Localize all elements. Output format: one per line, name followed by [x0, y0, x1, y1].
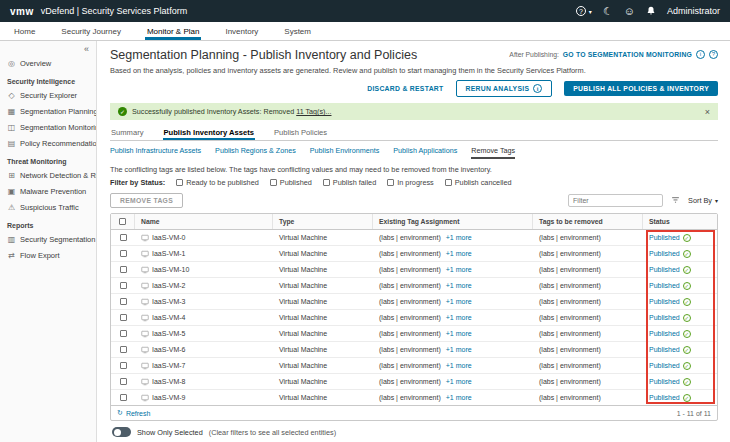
sidebar-item-segmentation-planning[interactable]: ▦ Segmentation Planning — [0, 103, 96, 119]
feedback-smiley-icon[interactable]: ☺ — [624, 6, 635, 17]
nav-home[interactable]: Home — [12, 22, 37, 40]
more-tags-link[interactable]: +1 more — [446, 266, 472, 273]
row-checkbox[interactable] — [120, 250, 127, 257]
subtab-publish-infrastructure-assets[interactable]: Publish Infrastructure Assets — [110, 146, 201, 159]
more-tags-link[interactable]: +1 more — [446, 314, 472, 321]
column-header-type[interactable]: Type — [273, 214, 373, 229]
help-circle-icon[interactable]: ? — [709, 50, 718, 59]
filter-publish-failed[interactable]: Publish failed — [323, 178, 376, 187]
more-tags-link[interactable]: +1 more — [446, 378, 472, 385]
table-row[interactable]: IaaS-VM-1 Virtual Machine (labs | enviro… — [111, 246, 717, 262]
nav-monitor-plan[interactable]: Monitor & Plan — [145, 22, 201, 40]
vm-icon — [141, 314, 149, 322]
sidebar-item-suspicious-traffic[interactable]: ⚠ Suspicious Traffic — [0, 199, 96, 215]
more-tags-link[interactable]: +1 more — [446, 298, 472, 305]
product-title: vDefend | Security Services Platform — [41, 6, 187, 16]
row-checkbox[interactable] — [120, 282, 127, 289]
checkbox[interactable] — [387, 179, 394, 186]
table-row[interactable]: IaaS-VM-6 Virtual Machine (labs | enviro… — [111, 342, 717, 358]
subtab-publish-regions-zones[interactable]: Publish Regions & Zones — [215, 146, 296, 159]
more-tags-link[interactable]: +1 more — [446, 330, 472, 337]
table-row[interactable]: IaaS-VM-5 Virtual Machine (labs | enviro… — [111, 326, 717, 342]
tab-publish-inventory-assets[interactable]: Publish Inventory Assets — [163, 124, 255, 140]
table-row[interactable]: IaaS-VM-10 Virtual Machine (labs | envir… — [111, 262, 717, 278]
sidebar-item-overview[interactable]: ◎ Overview — [0, 55, 96, 71]
help-icon[interactable]: ? — [576, 6, 586, 16]
row-checkbox[interactable] — [120, 378, 127, 385]
tab-summary[interactable]: Summary — [110, 124, 145, 140]
rerun-analysis-button[interactable]: RERUN ANALYSIS i — [456, 80, 553, 97]
more-tags-link[interactable]: +1 more — [446, 346, 472, 353]
sidebar-item-network-detection[interactable]: ⊞ Network Detection & Res... — [0, 167, 96, 183]
filter-ready-to-be-published[interactable]: Ready to be published — [176, 178, 259, 187]
column-header-name[interactable]: Name — [135, 214, 273, 229]
go-to-segmentation-monitoring-link[interactable]: GO TO SEGMENTATION MONITORING — [563, 51, 692, 58]
table-row[interactable]: IaaS-VM-7 Virtual Machine (labs | enviro… — [111, 358, 717, 374]
subtab-remove-tags[interactable]: Remove Tags — [471, 146, 515, 159]
info-icon[interactable]: i — [696, 50, 705, 59]
nav-security-journey[interactable]: Security Journey — [59, 22, 123, 40]
nav-inventory[interactable]: Inventory — [223, 22, 260, 40]
checkbox[interactable] — [445, 179, 452, 186]
sidebar-collapse-icon[interactable]: « — [0, 41, 96, 55]
nav-system[interactable]: System — [282, 22, 313, 40]
select-all-checkbox[interactable] — [119, 218, 126, 225]
column-header-status[interactable]: Status — [643, 214, 717, 229]
table-row[interactable]: IaaS-VM-2 Virtual Machine (labs | enviro… — [111, 278, 717, 294]
table-row[interactable]: IaaS-VM-9 Virtual Machine (labs | enviro… — [111, 390, 717, 405]
more-tags-link[interactable]: +1 more — [446, 250, 472, 257]
sidebar-item-security-segmentation-report[interactable]: ▥ Security Segmentation R... — [0, 231, 96, 247]
subtab-publish-applications[interactable]: Publish Applications — [393, 146, 457, 159]
refresh-link[interactable]: ↻ Refresh — [117, 409, 150, 417]
header-actions: ? ▾ ☾ ☺ Administrator — [576, 6, 720, 17]
banner-close-icon[interactable]: × — [705, 107, 710, 117]
sidebar-item-policy-recommendations[interactable]: ▤ Policy Recommendations — [0, 135, 96, 151]
filter-in-progress[interactable]: In progress — [387, 178, 434, 187]
more-tags-link[interactable]: +1 more — [446, 282, 472, 289]
row-checkbox[interactable] — [120, 330, 127, 337]
sidebar-item-flow-export[interactable]: ⇄ Flow Export — [0, 247, 96, 263]
checkbox[interactable] — [270, 179, 277, 186]
row-checkbox[interactable] — [120, 234, 127, 241]
tab-publish-policies[interactable]: Publish Policies — [273, 124, 328, 140]
notifications-bell-icon[interactable] — [646, 6, 656, 16]
column-header-tags-to-be-removed[interactable]: Tags to be removed — [533, 214, 643, 229]
row-checkbox[interactable] — [120, 346, 127, 353]
more-tags-link[interactable]: +1 more — [446, 234, 472, 241]
checkbox[interactable] — [323, 179, 330, 186]
success-check-icon: ✓ — [118, 107, 127, 116]
more-tags-link[interactable]: +1 more — [446, 394, 472, 401]
filter-publish-cancelled[interactable]: Publish cancelled — [445, 178, 512, 187]
table-row[interactable]: IaaS-VM-8 Virtual Machine (labs | enviro… — [111, 374, 717, 390]
discard-restart-button[interactable]: DISCARD & RESTART — [367, 85, 443, 92]
row-checkbox[interactable] — [120, 394, 127, 401]
sort-by-dropdown[interactable]: Sort By ▾ — [688, 196, 718, 205]
sidebar-item-security-explorer[interactable]: ◇ Security Explorer — [0, 87, 96, 103]
filter-published[interactable]: Published — [270, 178, 312, 187]
more-tags-link[interactable]: +1 more — [446, 362, 472, 369]
table-row[interactable]: IaaS-VM-3 Virtual Machine (labs | enviro… — [111, 294, 717, 310]
banner-tags-link[interactable]: 11 Tag(s)... — [296, 107, 331, 116]
column-header-existing-tag-assignment[interactable]: Existing Tag Assignment — [373, 214, 533, 229]
sidebar-item-segmentation-monitoring[interactable]: ◫ Segmentation Monitoring — [0, 119, 96, 135]
tags-to-remove: (labs | environment) — [539, 346, 601, 353]
page-title: Segmentation Planning - Publish Inventor… — [110, 48, 417, 62]
theme-moon-icon[interactable]: ☾ — [603, 6, 613, 17]
row-checkbox[interactable] — [120, 266, 127, 273]
filter-funnel-icon[interactable] — [671, 196, 680, 205]
row-checkbox[interactable] — [120, 314, 127, 321]
remove-tags-button[interactable]: REMOVE TAGS — [110, 193, 183, 208]
row-checkbox[interactable] — [120, 298, 127, 305]
sidebar-item-malware-prevention[interactable]: ▣ Malware Prevention — [0, 183, 96, 199]
vm-name: IaaS-VM-5 — [152, 330, 185, 337]
publish-all-button[interactable]: PUBLISH ALL POLICIES & INVENTORY — [564, 81, 718, 96]
checkbox[interactable] — [176, 179, 183, 186]
show-only-selected-toggle[interactable] — [112, 427, 131, 437]
tags-to-remove: (labs | environment) — [539, 250, 601, 257]
user-menu[interactable]: Administrator — [667, 6, 720, 16]
table-row[interactable]: IaaS-VM-0 Virtual Machine (labs | enviro… — [111, 230, 717, 246]
row-checkbox[interactable] — [120, 362, 127, 369]
filter-input[interactable] — [568, 194, 663, 207]
table-row[interactable]: IaaS-VM-4 Virtual Machine (labs | enviro… — [111, 310, 717, 326]
subtab-publish-environments[interactable]: Publish Environments — [310, 146, 380, 159]
